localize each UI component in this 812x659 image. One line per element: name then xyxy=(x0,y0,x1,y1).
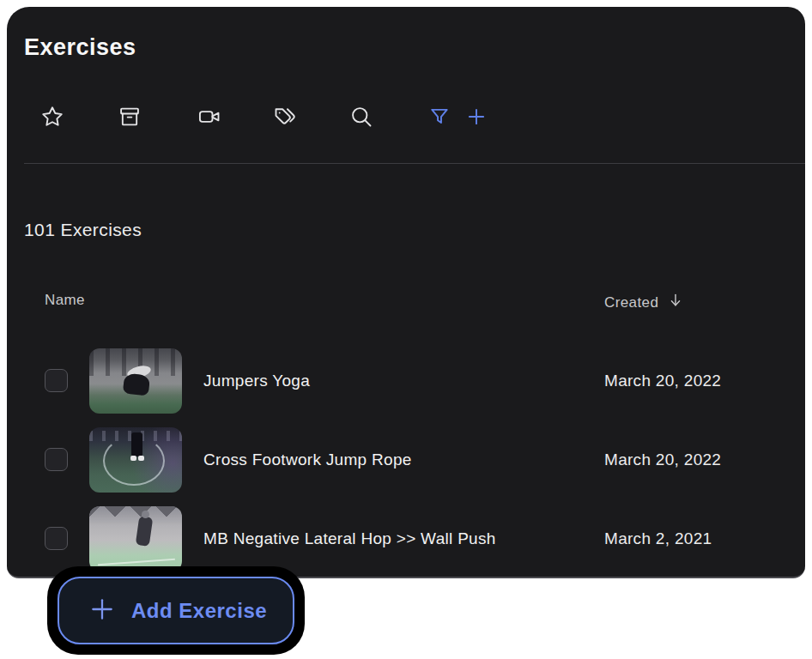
column-created-label: Created xyxy=(604,294,658,311)
exercise-created-date: March 20, 2022 xyxy=(604,427,721,493)
exercise-thumbnail xyxy=(89,506,182,571)
column-header-created[interactable]: Created xyxy=(604,292,684,313)
exercise-count: 101 Exercises xyxy=(24,220,142,240)
video-camera-icon xyxy=(197,105,221,129)
filter-button[interactable] xyxy=(427,105,451,129)
favorites-button[interactable] xyxy=(40,105,64,129)
column-header-name[interactable]: Name xyxy=(45,292,85,309)
tags-icon xyxy=(273,105,297,129)
exercise-thumbnail xyxy=(89,348,182,414)
exercise-created-date: March 2, 2021 xyxy=(604,506,712,571)
search-button[interactable] xyxy=(349,105,373,129)
archive-icon xyxy=(118,105,142,129)
page-title: Exercises xyxy=(24,34,136,61)
add-exercise-label: Add Exercise xyxy=(131,599,267,623)
exercises-panel: Exercises xyxy=(7,7,805,578)
exercise-thumbnail xyxy=(89,427,182,493)
exercise-name: Cross Footwork Jump Rope xyxy=(203,427,412,493)
thumbnail-art xyxy=(142,511,149,518)
exercise-name: Jumpers Yoga xyxy=(203,348,310,414)
exercise-name: MB Negative Lateral Hop >> Wall Push xyxy=(203,506,496,571)
row-checkbox[interactable] xyxy=(45,527,68,550)
star-icon xyxy=(40,105,64,129)
toolbar-divider xyxy=(24,163,805,164)
exercise-created-date: March 20, 2022 xyxy=(604,348,721,414)
thumbnail-art xyxy=(130,456,136,461)
plus-icon xyxy=(88,596,116,626)
thumbnail-art xyxy=(131,432,142,456)
thumbnail-art xyxy=(89,506,182,523)
sort-arrow-down-icon xyxy=(667,292,684,313)
add-filter-button[interactable] xyxy=(464,105,488,129)
thumbnail-art xyxy=(138,456,144,461)
row-checkbox[interactable] xyxy=(45,448,68,471)
video-button[interactable] xyxy=(197,105,221,129)
add-exercise-highlight-ring: Add Exercise xyxy=(47,566,305,655)
search-icon xyxy=(349,105,373,129)
archive-button[interactable] xyxy=(118,105,142,129)
column-name-label: Name xyxy=(45,292,85,309)
exercise-row[interactable]: Cross Footwork Jump Rope March 20, 2022 xyxy=(7,427,805,493)
exercise-row[interactable]: Jumpers Yoga March 20, 2022 xyxy=(7,348,805,414)
row-checkbox[interactable] xyxy=(45,369,68,392)
plus-icon xyxy=(465,106,488,128)
thumbnail-art xyxy=(98,559,175,565)
exercise-row[interactable]: MB Negative Lateral Hop >> Wall Push Mar… xyxy=(7,506,805,571)
thumbnail-art xyxy=(136,516,154,547)
filter-funnel-icon xyxy=(428,106,451,128)
thumbnail-art xyxy=(123,372,150,396)
add-exercise-button[interactable]: Add Exercise xyxy=(58,577,294,644)
tags-button[interactable] xyxy=(273,105,297,129)
